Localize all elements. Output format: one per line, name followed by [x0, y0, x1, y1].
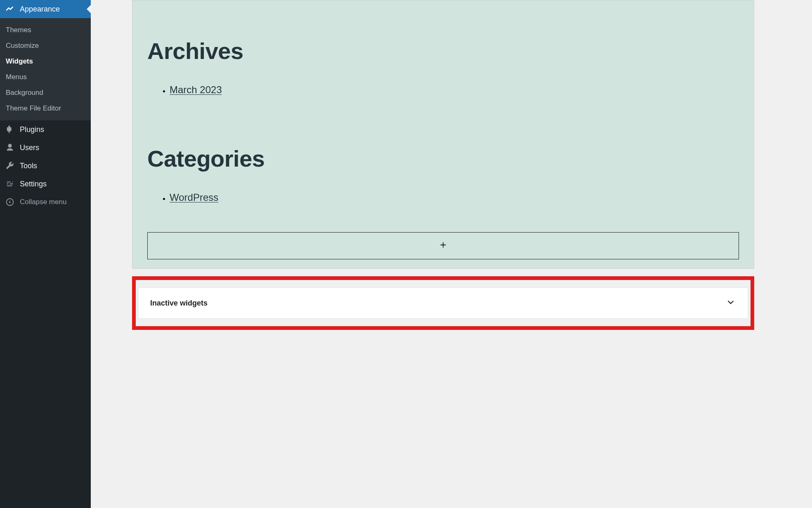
widget-categories-heading[interactable]: Categories — [142, 145, 744, 172]
submenu-item-widgets[interactable]: Widgets — [0, 54, 91, 69]
inactive-widgets-highlight: Inactive widgets — [132, 276, 754, 330]
appearance-submenu: Themes Customize Widgets Menus Backgroun… — [0, 18, 91, 120]
plus-icon — [439, 240, 448, 251]
sidebar-collapse-label: Collapse menu — [20, 198, 66, 206]
wrench-icon — [5, 161, 15, 171]
collapse-icon — [5, 197, 15, 207]
admin-sidebar: Appearance Themes Customize Widgets Menu… — [0, 0, 91, 508]
archive-link[interactable]: March 2023 — [170, 84, 222, 95]
sidebar-item-label: Users — [20, 143, 39, 152]
widget-area-footer: Archives March 2023 Categories WordPress — [132, 0, 754, 269]
submenu-item-background[interactable]: Background — [0, 85, 91, 101]
user-icon — [5, 143, 15, 153]
list-item: WordPress — [170, 192, 744, 203]
sidebar-item-label: Tools — [20, 162, 37, 170]
submenu-item-menus[interactable]: Menus — [0, 69, 91, 85]
category-link[interactable]: WordPress — [170, 192, 218, 203]
submenu-item-themes[interactable]: Themes — [0, 22, 91, 38]
widget-categories-list: WordPress — [142, 192, 744, 203]
sidebar-item-label: Plugins — [20, 125, 44, 134]
widget-archives-heading[interactable]: Archives — [142, 38, 744, 64]
sidebar-item-plugins[interactable]: Plugins — [0, 120, 91, 139]
sliders-icon — [5, 179, 15, 189]
sidebar-item-label: Settings — [20, 180, 47, 188]
sidebar-item-users[interactable]: Users — [0, 139, 91, 157]
sidebar-item-settings[interactable]: Settings — [0, 175, 91, 193]
submenu-item-theme-file-editor[interactable]: Theme File Editor — [0, 101, 91, 116]
list-item: March 2023 — [170, 84, 744, 96]
sidebar-item-tools[interactable]: Tools — [0, 157, 91, 175]
main-content: Archives March 2023 Categories WordPress… — [91, 0, 812, 508]
sidebar-item-label: Appearance — [20, 5, 60, 14]
plug-icon — [5, 125, 15, 134]
widget-archives-list: March 2023 — [142, 84, 744, 96]
sidebar-collapse[interactable]: Collapse menu — [0, 193, 91, 211]
inactive-widgets-panel[interactable]: Inactive widgets — [138, 287, 748, 319]
add-block-button[interactable] — [147, 232, 739, 259]
chevron-down-icon — [725, 297, 736, 309]
brush-icon — [5, 4, 15, 14]
submenu-item-customize[interactable]: Customize — [0, 38, 91, 54]
inactive-widgets-label: Inactive widgets — [150, 299, 208, 308]
sidebar-item-appearance[interactable]: Appearance — [0, 0, 91, 18]
